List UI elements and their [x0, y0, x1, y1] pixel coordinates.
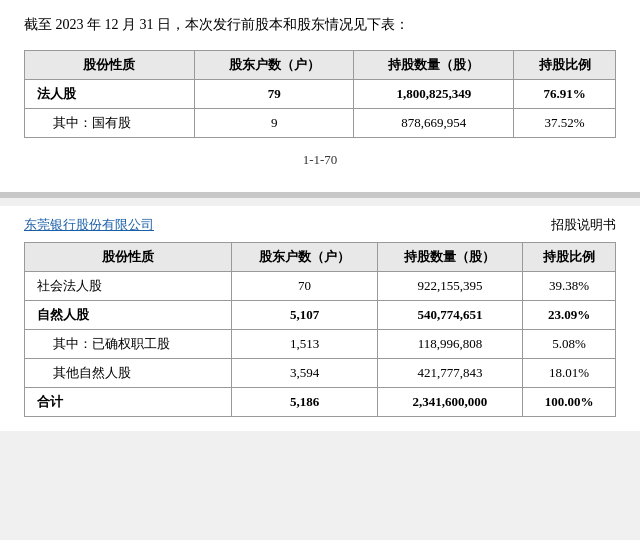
bottom-table-header-row: 股份性质 股东户数（户） 持股数量（股） 持股比例	[25, 243, 616, 272]
table-row: 其他自然人股3,594421,777,84318.01%	[25, 359, 616, 388]
cell-1: 5,107	[232, 301, 377, 330]
cell-0: 其他自然人股	[25, 359, 232, 388]
cell-3: 100.00%	[523, 388, 616, 417]
bottom-table: 股份性质 股东户数（户） 持股数量（股） 持股比例 社会法人股70922,155…	[24, 242, 616, 417]
separator	[0, 192, 640, 198]
table-row: 社会法人股70922,155,39539.38%	[25, 272, 616, 301]
cell-type: 法人股	[25, 80, 195, 109]
cell-0: 自然人股	[25, 301, 232, 330]
cell-ratio: 37.52%	[514, 109, 616, 138]
cell-0: 其中：已确权职工股	[25, 330, 232, 359]
cell-0: 合计	[25, 388, 232, 417]
col-header-type: 股份性质	[25, 51, 195, 80]
cell-1: 70	[232, 272, 377, 301]
col-header-type: 股份性质	[25, 243, 232, 272]
col-header-holders: 股东户数（户）	[194, 51, 354, 80]
cell-3: 5.08%	[523, 330, 616, 359]
bottom-header: 东莞银行股份有限公司 招股说明书	[24, 216, 616, 234]
doc-title: 招股说明书	[551, 216, 616, 234]
cell-holders: 9	[194, 109, 354, 138]
table-row: 自然人股5,107540,774,65123.09%	[25, 301, 616, 330]
top-table-header-row: 股份性质 股东户数（户） 持股数量（股） 持股比例	[25, 51, 616, 80]
table-row: 其中：国有股 9 878,669,954 37.52%	[25, 109, 616, 138]
cell-1: 3,594	[232, 359, 377, 388]
cell-type: 其中：国有股	[25, 109, 195, 138]
col-header-ratio: 持股比例	[514, 51, 616, 80]
cell-2: 118,996,808	[377, 330, 522, 359]
cell-1: 5,186	[232, 388, 377, 417]
intro-text: 截至 2023 年 12 月 31 日，本次发行前股本和股东情况见下表：	[24, 14, 616, 36]
cell-1: 1,513	[232, 330, 377, 359]
cell-holders: 79	[194, 80, 354, 109]
col-header-shares: 持股数量（股）	[354, 51, 514, 80]
table-row: 合计5,1862,341,600,000100.00%	[25, 388, 616, 417]
cell-2: 540,774,651	[377, 301, 522, 330]
table-row: 其中：已确权职工股1,513118,996,8085.08%	[25, 330, 616, 359]
cell-ratio: 76.91%	[514, 80, 616, 109]
cell-3: 18.01%	[523, 359, 616, 388]
cell-3: 39.38%	[523, 272, 616, 301]
top-section: 截至 2023 年 12 月 31 日，本次发行前股本和股东情况见下表： 股份性…	[0, 0, 640, 192]
cell-shares: 1,800,825,349	[354, 80, 514, 109]
table-row: 法人股 79 1,800,825,349 76.91%	[25, 80, 616, 109]
cell-0: 社会法人股	[25, 272, 232, 301]
col-header-holders: 股东户数（户）	[232, 243, 377, 272]
cell-2: 922,155,395	[377, 272, 522, 301]
page-number: 1-1-70	[24, 152, 616, 168]
bottom-section: 东莞银行股份有限公司 招股说明书 股份性质 股东户数（户） 持股数量（股） 持股…	[0, 206, 640, 431]
cell-3: 23.09%	[523, 301, 616, 330]
col-header-ratio: 持股比例	[523, 243, 616, 272]
col-header-shares: 持股数量（股）	[377, 243, 522, 272]
company-name[interactable]: 东莞银行股份有限公司	[24, 216, 154, 234]
cell-2: 2,341,600,000	[377, 388, 522, 417]
cell-shares: 878,669,954	[354, 109, 514, 138]
top-table: 股份性质 股东户数（户） 持股数量（股） 持股比例 法人股 79 1,800,8…	[24, 50, 616, 138]
cell-2: 421,777,843	[377, 359, 522, 388]
